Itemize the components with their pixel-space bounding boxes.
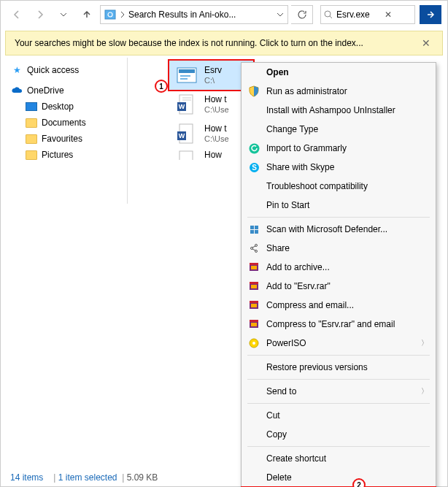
winrar-icon — [247, 318, 260, 331]
svg-rect-4 — [179, 69, 195, 73]
nav-recent-dropdown[interactable] — [53, 5, 74, 24]
svg-rect-28 — [251, 266, 257, 269]
ctx-delete[interactable]: Delete — [242, 468, 436, 487]
ctx-open[interactable]: Open — [242, 63, 436, 82]
info-bar[interactable]: Your searches might be slow because the … — [5, 31, 443, 55]
svg-rect-6 — [180, 78, 188, 80]
ctx-run-as-admin[interactable]: Run as administrator — [242, 82, 436, 101]
sidebar-onedrive[interactable]: OneDrive — [8, 83, 125, 99]
separator — [247, 379, 430, 380]
ctx-skype[interactable]: SShare with Skype — [242, 158, 436, 177]
ctx-poweriso[interactable]: PowerISO〉 — [242, 334, 436, 353]
ctx-share[interactable]: Share — [242, 239, 436, 258]
sidebar-quick-access[interactable]: ★ Quick access — [8, 62, 125, 78]
ctx-add-archive[interactable]: Add to archive... — [242, 258, 436, 277]
ctx-restore[interactable]: Restore previous versions — [242, 358, 436, 377]
cloud-icon — [11, 85, 23, 96]
info-message: Your searches might be slow because the … — [15, 38, 363, 48]
ctx-troubleshoot[interactable]: Troubleshoot compatibility — [242, 177, 436, 196]
ctx-grammarly[interactable]: Import to Grammarly — [242, 139, 436, 158]
separator — [247, 355, 430, 356]
sidebar-item-label: Desktop — [42, 101, 74, 112]
sidebar-item-desktop[interactable]: Desktop — [8, 99, 125, 115]
doc-icon: W — [175, 93, 198, 116]
doc-icon — [175, 148, 198, 161]
svg-rect-15 — [179, 151, 193, 160]
winrar-icon — [247, 299, 260, 312]
file-name: How t — [204, 123, 229, 134]
app-icon — [175, 64, 198, 87]
ctx-compress-rar-email[interactable]: Compress to "Esrv.rar" and email — [242, 315, 436, 334]
svg-rect-21 — [250, 230, 254, 234]
skype-icon: S — [247, 161, 260, 174]
winrar-icon — [247, 261, 260, 274]
ctx-pin-to-start[interactable]: Pin to Start — [242, 196, 436, 215]
file-name: How — [204, 150, 222, 160]
status-size: 5.09 KB — [122, 472, 158, 483]
status-count: 14 items — [10, 472, 43, 483]
annotation-1: 1 — [155, 80, 168, 93]
ctx-copy[interactable]: Copy — [242, 425, 436, 444]
info-close[interactable]: ✕ — [419, 37, 433, 49]
ctx-add-rar[interactable]: Add to "Esrv.rar" — [242, 277, 436, 296]
svg-rect-36 — [250, 320, 258, 322]
share-icon — [247, 242, 260, 255]
status-selected: 1 item selected — [58, 472, 117, 483]
ctx-defender[interactable]: Scan with Microsoft Defender... — [242, 220, 436, 239]
address-dropdown[interactable] — [273, 6, 287, 23]
file-name: Esrv — [204, 65, 222, 75]
pane-divider[interactable] — [127, 58, 128, 204]
address-text: Search Results in Ani-oko... — [125, 9, 273, 20]
separator — [247, 217, 430, 218]
defender-icon — [247, 223, 260, 236]
doc-icon: W — [175, 122, 198, 145]
ctx-create-shortcut[interactable]: Create shortcut — [242, 449, 436, 468]
folder-icon — [26, 149, 37, 161]
sidebar-item-label: Favourites — [42, 134, 82, 144]
ctx-change-type[interactable]: Change Type — [242, 120, 436, 139]
refresh-button[interactable] — [291, 5, 313, 24]
folder-icon — [26, 133, 37, 145]
sidebar-item-documents[interactable]: Documents — [8, 115, 125, 131]
file-path: C:\Use — [204, 105, 229, 115]
search-result-icon — [102, 7, 118, 23]
sidebar-item-label: Quick access — [27, 65, 79, 75]
ctx-ashampoo[interactable]: Install with Ashampoo UnInstaller — [242, 101, 436, 120]
svg-point-16 — [249, 143, 259, 153]
svg-point-39 — [252, 342, 255, 345]
file-name: How t — [204, 94, 229, 104]
ctx-compress-email[interactable]: Compress and email... — [242, 296, 436, 315]
context-menu: Open Run as administrator Install with A… — [241, 62, 436, 487]
file-path: C:\ — [204, 76, 222, 85]
svg-rect-30 — [250, 282, 258, 284]
svg-point-25 — [255, 250, 258, 253]
svg-rect-0 — [105, 10, 115, 19]
address-bar[interactable]: Search Results in Ani-oko... — [100, 5, 288, 24]
chevron-right-icon: 〉 — [421, 338, 428, 348]
svg-point-2 — [325, 11, 331, 17]
sidebar-item-pictures[interactable]: Pictures — [8, 147, 125, 163]
svg-rect-5 — [180, 75, 190, 77]
search-input[interactable] — [336, 9, 382, 20]
search-box[interactable]: ✕ — [320, 5, 415, 24]
nav-forward[interactable] — [30, 5, 50, 24]
separator — [247, 403, 430, 404]
desktop-icon — [26, 101, 37, 112]
nav-back[interactable] — [7, 5, 27, 24]
svg-rect-37 — [251, 323, 257, 326]
svg-text:W: W — [179, 103, 185, 110]
clear-search[interactable]: ✕ — [385, 9, 392, 20]
annotation-2: 2 — [352, 478, 366, 487]
nav-up[interactable] — [77, 5, 97, 24]
ctx-send-to[interactable]: Send to〉 — [242, 382, 436, 401]
search-go-button[interactable] — [420, 5, 441, 24]
folder-icon — [26, 117, 37, 129]
svg-point-24 — [251, 248, 253, 250]
ctx-cut[interactable]: Cut — [242, 406, 436, 425]
sidebar-item-label: Pictures — [42, 150, 73, 160]
sidebar-item-favourites[interactable]: Favourites — [8, 131, 125, 147]
svg-text:W: W — [179, 132, 185, 139]
grammarly-icon — [247, 142, 260, 155]
winrar-icon — [247, 280, 260, 293]
separator — [247, 446, 430, 447]
